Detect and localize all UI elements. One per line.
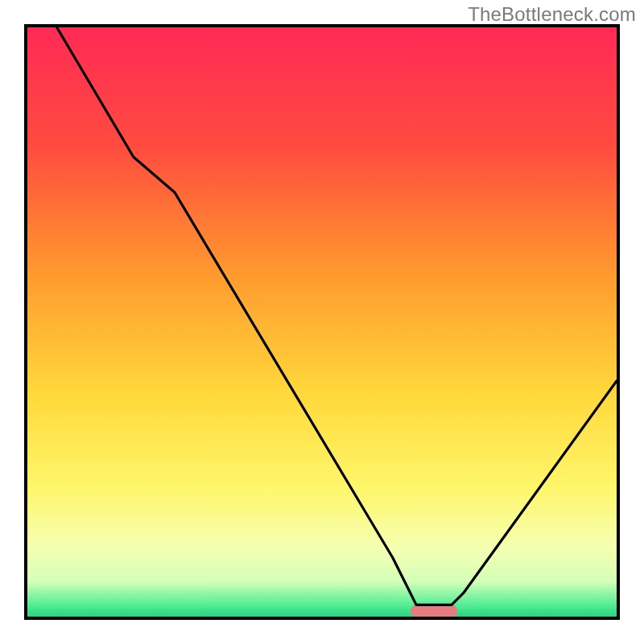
optimal-marker	[411, 605, 458, 617]
chart-svg	[27, 27, 617, 617]
plot-area	[24, 24, 620, 620]
gradient-rect	[27, 27, 617, 617]
chart-container: TheBottleneck.com	[0, 0, 644, 644]
watermark-text: TheBottleneck.com	[468, 3, 636, 26]
